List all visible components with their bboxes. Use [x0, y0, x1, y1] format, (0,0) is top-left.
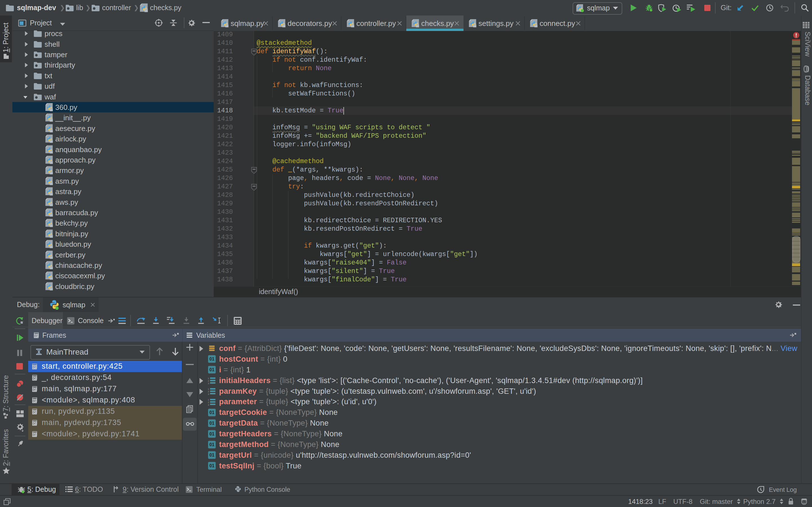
svg-text:3: 3: [208, 382, 209, 385]
svg-text:3: 3: [208, 393, 209, 395]
svg-text:1: 1: [208, 399, 209, 401]
svg-text:3: 3: [208, 404, 209, 406]
svg-text:1: 1: [208, 377, 209, 380]
svg-text:2: 2: [208, 380, 209, 382]
svg-text:2: 2: [208, 390, 209, 393]
svg-text:2: 2: [208, 401, 209, 404]
svg-text:1: 1: [208, 388, 209, 390]
